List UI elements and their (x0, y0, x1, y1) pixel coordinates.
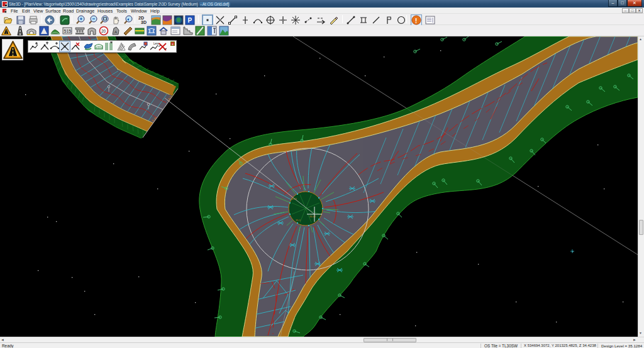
svg-text:A: A (114, 30, 117, 34)
svg-text:P: P (188, 17, 192, 24)
svg-text:34.42: 34.42 (309, 215, 316, 218)
svg-text:20: 20 (101, 29, 106, 33)
svg-text:515: 515 (64, 29, 72, 33)
svg-text:3D: 3D (141, 20, 147, 24)
svg-text:!: ! (415, 17, 418, 24)
svg-text:2D: 2D (138, 16, 144, 20)
svg-text:35.1: 35.1 (296, 219, 301, 222)
